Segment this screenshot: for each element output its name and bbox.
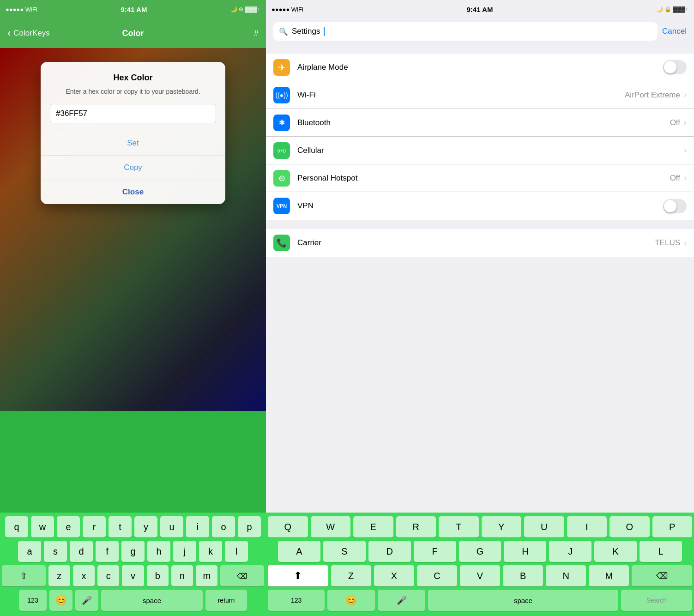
time-left: 9:41 AM xyxy=(121,6,147,13)
key-w[interactable]: w xyxy=(31,516,54,537)
key-D[interactable]: D xyxy=(368,541,411,562)
key-g[interactable]: g xyxy=(121,541,145,562)
key-a[interactable]: a xyxy=(18,541,41,562)
key-T[interactable]: T xyxy=(439,516,479,537)
bluetooth-icon: ✱ xyxy=(273,115,290,131)
key-u[interactable]: u xyxy=(160,516,183,537)
key-W[interactable]: W xyxy=(311,516,351,537)
key-Z[interactable]: Z xyxy=(331,565,371,586)
key-m[interactable]: m xyxy=(196,565,217,586)
key-B[interactable]: B xyxy=(503,565,543,586)
key-t[interactable]: t xyxy=(109,516,132,537)
key-Q[interactable]: Q xyxy=(268,516,308,537)
key-j[interactable]: j xyxy=(173,541,196,562)
key-K[interactable]: K xyxy=(594,541,637,562)
key-r[interactable]: r xyxy=(83,516,106,537)
key-Y[interactable]: Y xyxy=(482,516,522,537)
search-cursor xyxy=(324,27,325,36)
key-mic-left[interactable]: 🎤 xyxy=(75,590,98,611)
key-i[interactable]: i xyxy=(186,516,209,537)
key-X[interactable]: X xyxy=(374,565,414,586)
key-d[interactable]: d xyxy=(70,541,93,562)
key-L[interactable]: L xyxy=(640,541,682,562)
key-f[interactable]: f xyxy=(96,541,119,562)
backspace-key-left[interactable]: ⌫ xyxy=(220,565,264,586)
back-label: ColorKeys xyxy=(13,29,49,38)
copy-button[interactable]: Copy xyxy=(41,156,225,180)
key-y[interactable]: y xyxy=(134,516,157,537)
key-mic-right[interactable]: 🎤 xyxy=(378,590,425,611)
settings-row-hotspot[interactable]: ⊛ Personal Hotspot Off › xyxy=(266,164,694,192)
search-key-right[interactable]: Search xyxy=(621,590,692,611)
hex-input[interactable] xyxy=(50,104,216,123)
keyboard-row-3-right: ⬆ Z X C V B N M ⌫ xyxy=(268,565,692,586)
shift-key-right[interactable]: ⬆ xyxy=(268,565,328,586)
key-v[interactable]: v xyxy=(122,565,144,586)
settings-row-bluetooth[interactable]: ✱ Bluetooth Off › xyxy=(266,109,694,137)
key-A[interactable]: A xyxy=(278,541,320,562)
bluetooth-label: Bluetooth xyxy=(297,118,670,127)
key-emoji-left[interactable]: 😊 xyxy=(49,590,72,611)
key-h[interactable]: h xyxy=(147,541,170,562)
vpn-toggle[interactable] xyxy=(663,199,687,213)
key-l[interactable]: l xyxy=(225,541,248,562)
carrier-value: TELUS xyxy=(655,238,680,248)
key-123-right[interactable]: 123 xyxy=(268,590,325,611)
key-H[interactable]: H xyxy=(504,541,546,562)
settings-row-wifi[interactable]: ((●)) Wi-Fi AirPort Extreme › xyxy=(266,81,694,109)
key-s[interactable]: s xyxy=(44,541,67,562)
backspace-key-right[interactable]: ⌫ xyxy=(632,565,692,586)
key-M[interactable]: M xyxy=(589,565,629,586)
key-e[interactable]: e xyxy=(57,516,80,537)
settings-row-carrier[interactable]: 📞 Carrier TELUS › xyxy=(266,229,694,257)
key-R[interactable]: R xyxy=(396,516,436,537)
key-emoji-right[interactable]: 😊 xyxy=(327,590,375,611)
key-space-left[interactable]: space xyxy=(101,590,203,611)
shift-key-left[interactable]: ⇧ xyxy=(2,565,46,586)
key-G[interactable]: G xyxy=(459,541,501,562)
key-J[interactable]: J xyxy=(549,541,591,562)
key-n[interactable]: n xyxy=(171,565,193,586)
key-N[interactable]: N xyxy=(546,565,586,586)
hotspot-value: Off xyxy=(670,174,680,183)
key-U[interactable]: U xyxy=(524,516,564,537)
key-q[interactable]: q xyxy=(5,516,28,537)
key-x[interactable]: x xyxy=(73,565,95,586)
key-F[interactable]: F xyxy=(414,541,456,562)
settings-row-vpn[interactable]: VPN VPN xyxy=(266,192,694,220)
key-123-left[interactable]: 123 xyxy=(19,590,47,611)
left-panel: ●●●●● WiFi 9:41 AM 🌙 ⊛ ▓▓▓+ ‹ ColorKeys … xyxy=(0,0,266,616)
right-icons-right: 🌙 🔒 ▓▓▓+ xyxy=(656,6,688,12)
key-z[interactable]: z xyxy=(48,565,70,586)
search-bar[interactable]: 🔍 Settings xyxy=(273,22,658,41)
airplane-toggle[interactable] xyxy=(663,60,687,74)
close-button[interactable]: Close xyxy=(41,180,225,204)
keyboard-row-2-left: a s d f g h j k l xyxy=(2,541,264,562)
key-o[interactable]: o xyxy=(212,516,235,537)
cancel-button-right[interactable]: Cancel xyxy=(662,27,687,36)
back-button[interactable]: ‹ ColorKeys xyxy=(7,27,50,39)
back-chevron-icon: ‹ xyxy=(7,27,11,39)
key-S[interactable]: S xyxy=(323,541,366,562)
key-V[interactable]: V xyxy=(460,565,500,586)
key-E[interactable]: E xyxy=(353,516,393,537)
time-right: 9:41 AM xyxy=(466,6,493,13)
key-P[interactable]: P xyxy=(652,516,693,537)
key-c[interactable]: c xyxy=(97,565,119,586)
bluetooth-chevron-icon: › xyxy=(684,118,687,127)
color-picker-area[interactable]: Hex Color Enter a hex color or copy it t… xyxy=(0,48,266,513)
hash-button[interactable]: # xyxy=(254,29,259,38)
airplane-icon: ✈ xyxy=(273,59,290,76)
settings-row-cellular[interactable]: ((•)) Cellular › xyxy=(266,137,694,164)
key-space-right[interactable]: space xyxy=(428,590,618,611)
key-O[interactable]: O xyxy=(610,516,650,537)
key-I[interactable]: I xyxy=(567,516,607,537)
set-button[interactable]: Set xyxy=(41,131,225,156)
key-k[interactable]: k xyxy=(199,541,222,562)
key-C[interactable]: C xyxy=(417,565,457,586)
hex-dialog: Hex Color Enter a hex color or copy it t… xyxy=(41,62,225,204)
settings-row-airplane[interactable]: ✈ Airplane Mode xyxy=(266,54,694,81)
key-b[interactable]: b xyxy=(147,565,169,586)
key-p[interactable]: p xyxy=(238,516,261,537)
key-return-left[interactable]: return xyxy=(205,590,247,611)
